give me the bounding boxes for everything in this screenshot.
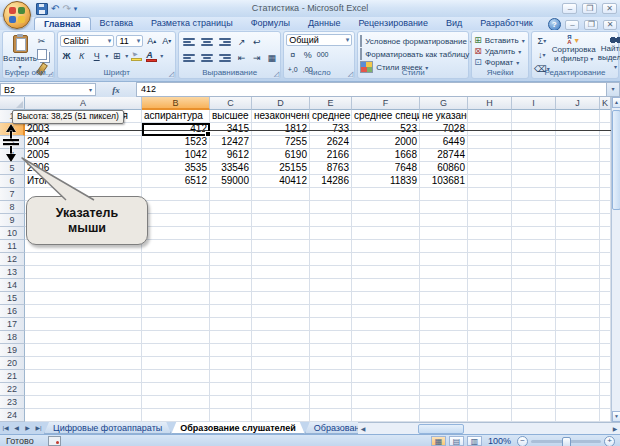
cell-E5[interactable]: 8763 [310,162,352,175]
cell-C4[interactable]: 9612 [210,149,252,162]
ribbon-tab[interactable]: Формулы [242,17,299,30]
cell-E20[interactable] [310,357,352,370]
cell-J16[interactable] [556,305,600,318]
zoom-level-label[interactable]: 100% [488,436,511,446]
cell-D18[interactable] [252,331,310,344]
scroll-up-icon[interactable]: ▲ [612,97,620,108]
cell-G21[interactable] [420,370,468,383]
cell-H14[interactable] [468,279,512,292]
cell-J14[interactable] [556,279,600,292]
cell-J7[interactable] [556,188,600,201]
cell-A12[interactable] [25,253,142,266]
cell-I11[interactable] [512,240,556,253]
font-size-select[interactable]: 11▾ [116,35,143,47]
cell-I4[interactable] [512,149,556,162]
conditional-formatting-button[interactable]: Условное форматирование▾ [360,35,466,47]
cell-G19[interactable] [420,344,468,357]
cell-C5[interactable]: 33546 [210,162,252,175]
cell-C11[interactable] [210,240,252,253]
cell-G1[interactable]: не указано [420,110,468,123]
comma-style-button[interactable]: 000 [316,48,329,61]
cell-C19[interactable] [210,344,252,357]
row-header-20[interactable]: 20 [0,357,25,370]
cell-E18[interactable] [310,331,352,344]
cell-B11[interactable] [142,240,210,253]
cell-H24[interactable] [468,409,512,422]
cell-F11[interactable] [352,240,420,253]
cell-C10[interactable] [210,227,252,240]
cell-J4[interactable] [556,149,600,162]
cell-F4[interactable]: 1668 [352,149,420,162]
cell-E7[interactable] [310,188,352,201]
cell-A13[interactable] [25,266,142,279]
cell-H4[interactable] [468,149,512,162]
cell-K16[interactable] [600,305,611,318]
column-header-A[interactable]: A [25,97,142,110]
cell-D15[interactable] [252,292,310,305]
cell-F20[interactable] [352,357,420,370]
workbook-minimize-button[interactable]: – [565,20,579,30]
cell-K20[interactable] [600,357,611,370]
cell-G8[interactable] [420,201,468,214]
cell-F13[interactable] [352,266,420,279]
cell-F5[interactable]: 7648 [352,162,420,175]
row-header-13[interactable]: 13 [0,266,25,279]
cell-F16[interactable] [352,305,420,318]
cell-D6[interactable]: 40412 [252,175,310,188]
cell-E9[interactable] [310,214,352,227]
ribbon-tab[interactable]: Вставка [91,17,142,30]
ribbon-tab[interactable]: Вид [437,17,471,30]
cell-K12[interactable] [600,253,611,266]
fill-icon[interactable]: ↓▾ [534,48,550,61]
scroll-right-icon[interactable]: ▶ [610,425,620,432]
underline-button[interactable]: Ч [90,49,103,62]
cell-I15[interactable] [512,292,556,305]
zoom-in-icon[interactable]: + [604,436,615,446]
cell-G5[interactable]: 60860 [420,162,468,175]
record-macro-icon[interactable] [48,436,61,446]
cell-G12[interactable] [420,253,468,266]
zoom-slider[interactable] [531,440,601,443]
cell-B1[interactable]: аспирантура [142,110,210,123]
cell-K24[interactable] [600,409,611,422]
cell-I10[interactable] [512,227,556,240]
cell-D21[interactable] [252,370,310,383]
row-header-24[interactable]: 24 [0,409,25,422]
cell-G7[interactable] [420,188,468,201]
cell-C15[interactable] [210,292,252,305]
cell-H8[interactable] [468,201,512,214]
cell-B24[interactable] [142,409,210,422]
cell-E4[interactable]: 2166 [310,149,352,162]
cell-F15[interactable] [352,292,420,305]
font-color-dropdown-icon[interactable]: ▾ [160,52,163,59]
number-dialog-launcher[interactable]: ◿ [348,70,353,77]
sheet-tab[interactable]: Цифровые фотоаппараты [44,422,171,434]
office-button[interactable] [3,1,31,29]
row-header-18[interactable]: 18 [0,331,25,344]
delete-cells-button[interactable]: ⊠ Удалить▾ [474,46,526,56]
percent-style-button[interactable]: % [301,48,314,61]
cell-G10[interactable] [420,227,468,240]
cell-J17[interactable] [556,318,600,331]
cell-D10[interactable] [252,227,310,240]
cell-B7[interactable] [142,188,210,201]
cell-C12[interactable] [210,253,252,266]
cell-K10[interactable] [600,227,611,240]
cell-F1[interactable]: среднее специальное [352,110,420,123]
cell-B23[interactable] [142,396,210,409]
cell-F19[interactable] [352,344,420,357]
cell-H13[interactable] [468,266,512,279]
column-header-G[interactable]: G [420,97,468,110]
cell-B17[interactable] [142,318,210,331]
cell-K9[interactable] [600,214,611,227]
merge-center-icon[interactable]: ▦ [265,51,278,64]
cell-A14[interactable] [25,279,142,292]
cell-D4[interactable]: 6190 [252,149,310,162]
align-left-icon[interactable] [183,54,195,62]
cell-G23[interactable] [420,396,468,409]
cell-C22[interactable] [210,383,252,396]
cell-I22[interactable] [512,383,556,396]
cell-C8[interactable] [210,201,252,214]
cell-C20[interactable] [210,357,252,370]
cell-J22[interactable] [556,383,600,396]
